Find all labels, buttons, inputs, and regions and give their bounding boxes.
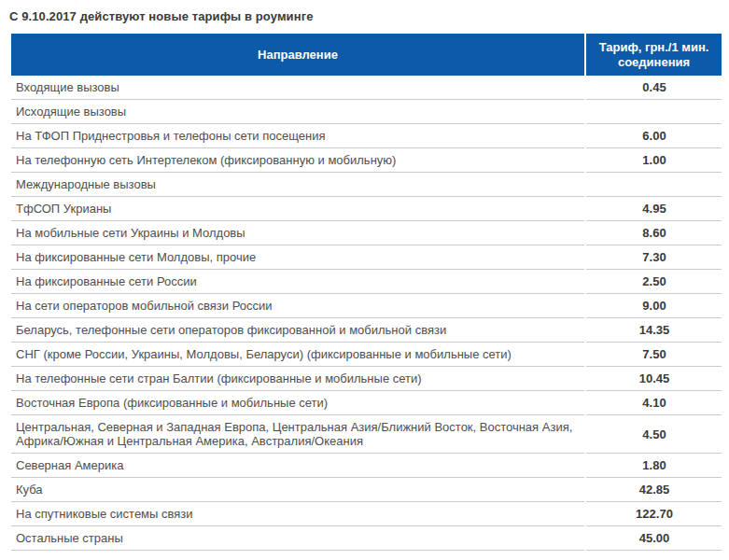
table-row: На спутниковые системы связи122.70	[11, 502, 722, 526]
direction-cell: Входящие вызовы	[11, 76, 584, 100]
tariff-cell: 0.45	[586, 76, 722, 100]
table-row: Остальные страны45.00	[11, 526, 722, 551]
tariff-cell: 1.00	[586, 148, 722, 173]
tariff-cell: 45.00	[586, 526, 722, 551]
table-row: На телефонные сети стран Балтии (фиксиро…	[11, 367, 722, 391]
tariff-cell: 6.00	[586, 124, 722, 148]
direction-cell: ТфСОП Укрианы	[11, 197, 584, 221]
direction-cell: Беларусь, телефонные сети операторов фик…	[11, 318, 584, 343]
direction-cell: СНГ (кроме России, Украины, Молдовы, Бел…	[11, 343, 584, 367]
table-row: На фиксированные сети Молдовы, прочие7.3…	[11, 245, 722, 270]
tariff-cell: 7.50	[586, 343, 722, 367]
table-row: На сети операторов мобильной связи Росси…	[11, 294, 722, 318]
tariff-cell: 1.80	[586, 454, 722, 478]
table-row: Центральная, Северная и Западная Европа,…	[11, 415, 722, 454]
tariff-cell: 122.70	[586, 502, 722, 526]
table-row: Куба42.85	[11, 478, 722, 502]
table-row: Международные вызовы	[11, 173, 722, 197]
tariff-cell: 4.10	[586, 391, 722, 415]
table-row: ТфСОП Укрианы4.95	[11, 197, 722, 221]
direction-cell: На сети операторов мобильной связи Росси…	[11, 294, 584, 318]
direction-cell: На фиксированные сети России	[11, 270, 584, 294]
tariff-cell: 10.45	[586, 367, 722, 391]
tariff-cell: 2.50	[586, 270, 722, 294]
direction-cell: На спутниковые системы связи	[11, 502, 584, 526]
tariff-cell: 42.85	[586, 478, 722, 502]
direction-cell: На телефонную сеть Интертелеком (фиксиро…	[11, 148, 584, 173]
direction-cell: На фиксированные сети Молдовы, прочие	[11, 245, 584, 270]
direction-cell: Международные вызовы	[11, 173, 584, 197]
table-row: На фиксированные сети России2.50	[11, 270, 722, 294]
direction-cell: Исходящие вызовы	[11, 100, 584, 124]
direction-cell: На ТФОП Приднестровья и телефоны сети по…	[11, 124, 584, 148]
direction-cell: Остальные страны	[11, 526, 584, 551]
table-row: Северная Америка1.80	[11, 454, 722, 478]
table-row: СНГ (кроме России, Украины, Молдовы, Бел…	[11, 343, 722, 367]
table-row: На телефонную сеть Интертелеком (фиксиро…	[11, 148, 722, 173]
table-row: На мобильные сети Украины и Молдовы8.60	[11, 221, 722, 245]
column-header-tariff: Тариф, грн./1 мин. соединения	[586, 34, 722, 76]
tariff-cell: 4.95	[586, 197, 722, 221]
direction-cell: Восточная Европа (фиксированные и мобиль…	[11, 391, 584, 415]
direction-cell: Куба	[11, 478, 584, 502]
tariff-cell: 7.30	[586, 245, 722, 270]
table-header: Направление Тариф, грн./1 мин. соединени…	[11, 34, 722, 76]
tariff-table: Направление Тариф, грн./1 мин. соединени…	[9, 34, 723, 551]
tariff-cell: 14.35	[586, 318, 722, 343]
column-header-direction: Направление	[11, 34, 584, 76]
table-row: Восточная Европа (фиксированные и мобиль…	[11, 391, 722, 415]
page-title: С 9.10.2017 действуют новые тарифы в роу…	[9, 9, 722, 23]
table-row: Исходящие вызовы	[11, 100, 722, 124]
page: С 9.10.2017 действуют новые тарифы в роу…	[0, 0, 729, 551]
table-row: Входящие вызовы0.45	[11, 76, 722, 100]
tariff-cell	[586, 100, 722, 124]
direction-cell: На мобильные сети Украины и Молдовы	[11, 221, 584, 245]
tariff-cell	[586, 173, 722, 197]
direction-cell: Центральная, Северная и Западная Европа,…	[11, 415, 584, 454]
table-row: Беларусь, телефонные сети операторов фик…	[11, 318, 722, 343]
header-row: Направление Тариф, грн./1 мин. соединени…	[11, 34, 722, 76]
tariff-cell: 8.60	[586, 221, 722, 245]
tariff-cell: 4.50	[586, 415, 722, 454]
direction-cell: Северная Америка	[11, 454, 584, 478]
table-body: Входящие вызовы0.45Исходящие вызовыНа ТФ…	[11, 76, 722, 551]
direction-cell: На телефонные сети стран Балтии (фиксиро…	[11, 367, 584, 391]
tariff-cell: 9.00	[586, 294, 722, 318]
table-row: На ТФОП Приднестровья и телефоны сети по…	[11, 124, 722, 148]
